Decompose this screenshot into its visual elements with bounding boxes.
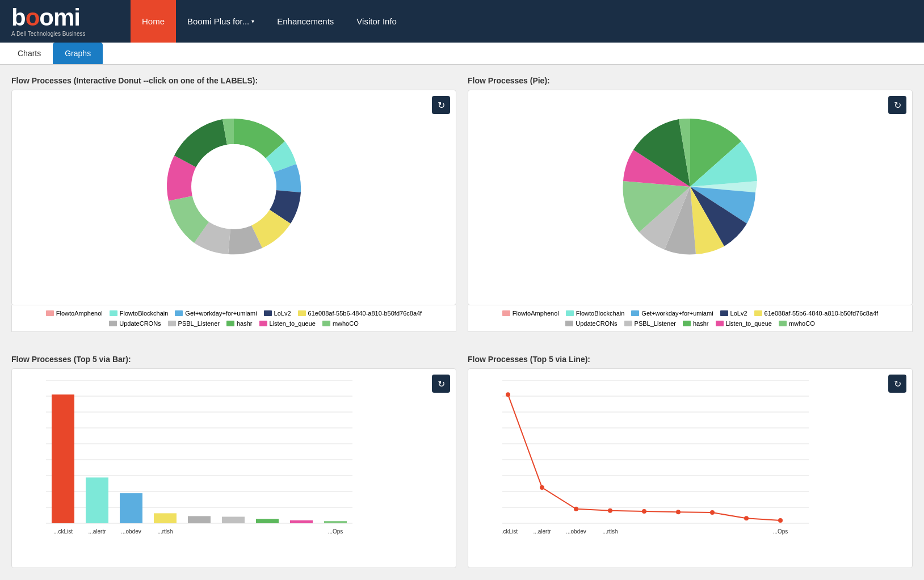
legend-item: LoLv2 bbox=[264, 310, 291, 317]
bar-refresh-button[interactable]: ↻ bbox=[432, 375, 450, 393]
svg-rect-21 bbox=[52, 394, 74, 523]
legend-item: FlowtoAmphenol bbox=[46, 310, 103, 317]
bar-chart-section: Flow Processes (Top 5 via Bar): ↻ bbox=[11, 355, 456, 568]
svg-point-59 bbox=[642, 509, 646, 514]
svg-point-55 bbox=[506, 392, 510, 397]
donut-legend: FlowtoAmphenol FlowtoBlockchain Get+work… bbox=[11, 305, 456, 332]
legend-item: FlowtoBlockchain bbox=[110, 310, 169, 317]
legend-item: FlowtoBlockchain bbox=[566, 310, 625, 317]
svg-rect-23 bbox=[86, 477, 108, 523]
legend-color bbox=[624, 321, 632, 326]
nav-item-enhancements[interactable]: Enhancements bbox=[266, 0, 345, 43]
tab-charts[interactable]: Charts bbox=[6, 43, 53, 64]
legend-item: UpdateCRONs bbox=[109, 320, 161, 327]
nav-item-boomi-plus[interactable]: Boomi Plus for... ▾ bbox=[176, 0, 266, 43]
legend-color bbox=[226, 321, 234, 326]
logo-text: boomi bbox=[11, 6, 119, 30]
bar-title: Flow Processes (Top 5 via Bar): bbox=[11, 355, 456, 364]
donut-chart-section: Flow Processes (Interactive Donut --clic… bbox=[11, 76, 456, 332]
svg-point-63 bbox=[778, 518, 783, 523]
svg-text:...obdev: ...obdev bbox=[566, 528, 586, 535]
svg-point-0 bbox=[191, 144, 276, 229]
svg-point-61 bbox=[710, 510, 715, 515]
svg-rect-25 bbox=[120, 493, 142, 523]
svg-text:...ckList: ...ckList bbox=[53, 528, 73, 535]
legend-item: FlowtoAmphenol bbox=[502, 310, 559, 317]
legend-item: Get+workday+for+umiami bbox=[175, 310, 257, 317]
legend-color bbox=[298, 310, 306, 316]
legend-item: 61e088af-55b6-4840-a810-b50fd76c8a4f bbox=[754, 310, 879, 317]
pie-chart-section: Flow Processes (Pie): ↻ bbox=[468, 76, 913, 332]
bar-chart-inner: 10000 9000 8000 7000 6000 5000 4000 3000… bbox=[18, 375, 450, 539]
donut-svg-container bbox=[18, 96, 450, 278]
svg-rect-32 bbox=[290, 520, 313, 523]
svg-rect-27 bbox=[154, 513, 177, 523]
svg-point-62 bbox=[744, 516, 749, 520]
line-title: Flow Processes (Top 5 via Line): bbox=[468, 355, 913, 364]
legend-item: 61e088af-55b6-4840-a810-b50fd76c8a4f bbox=[298, 310, 422, 317]
donut-refresh-button[interactable]: ↻ bbox=[432, 96, 450, 114]
legend-color bbox=[720, 310, 728, 316]
nav-item-home[interactable]: Home bbox=[131, 0, 176, 43]
legend-color bbox=[683, 321, 691, 326]
tab-bar: Charts Graphs bbox=[0, 43, 924, 65]
svg-text:...alertr: ...alertr bbox=[88, 528, 106, 535]
dropdown-arrow: ▾ bbox=[251, 18, 254, 24]
line-chart-box: ↻ 10000 bbox=[468, 368, 913, 568]
bar-svg: 10000 9000 8000 7000 6000 5000 4000 3000… bbox=[46, 380, 364, 539]
legend-color bbox=[779, 321, 787, 326]
svg-text:...alertr: ...alertr bbox=[533, 528, 551, 535]
logo-subtitle: A Dell Technologies Business bbox=[11, 31, 119, 37]
pie-svg bbox=[599, 102, 781, 272]
svg-point-58 bbox=[608, 508, 612, 513]
pie-svg-container bbox=[474, 96, 906, 278]
logo-area: boomi A Dell Technologies Business bbox=[0, 0, 131, 43]
main-content: Flow Processes (Interactive Donut --clic… bbox=[0, 65, 924, 580]
svg-rect-30 bbox=[222, 517, 245, 524]
bar-chart-box: ↻ 10000 bbox=[11, 368, 456, 568]
legend-item: Listen_to_queue bbox=[716, 320, 772, 327]
svg-text:...ckList: ...ckList bbox=[502, 528, 518, 535]
svg-rect-31 bbox=[256, 519, 279, 523]
legend-color bbox=[168, 321, 176, 326]
svg-point-57 bbox=[574, 507, 578, 511]
svg-point-60 bbox=[676, 510, 681, 514]
legend-color bbox=[322, 321, 330, 326]
legend-item: Get+workday+for+umiami bbox=[631, 310, 713, 317]
legend-color bbox=[565, 321, 573, 326]
pie-chart-box: ↻ bbox=[468, 90, 913, 305]
legend-item: Listen_to_queue bbox=[259, 320, 316, 327]
line-chart-section: Flow Processes (Top 5 via Line): ↻ bbox=[468, 355, 913, 568]
svg-text:...rtlsh: ...rtlsh bbox=[602, 528, 618, 535]
svg-text:...rtlsh: ...rtlsh bbox=[157, 528, 173, 535]
legend-item: LoLv2 bbox=[720, 310, 747, 317]
nav-item-visitor-info[interactable]: Visitor Info bbox=[345, 0, 408, 43]
pie-legend: FlowtoAmphenol FlowtoBlockchain Get+work… bbox=[468, 305, 913, 332]
tab-graphs[interactable]: Graphs bbox=[53, 43, 103, 64]
legend-color bbox=[566, 310, 574, 316]
legend-color bbox=[110, 310, 117, 316]
legend-color bbox=[502, 310, 510, 316]
legend-color bbox=[631, 310, 639, 316]
legend-item: hashr bbox=[683, 320, 709, 327]
svg-rect-29 bbox=[188, 516, 211, 523]
legend-color bbox=[109, 321, 117, 326]
legend-item: PSBL_Listener bbox=[168, 320, 220, 327]
line-refresh-button[interactable]: ↻ bbox=[888, 375, 906, 393]
svg-text:...Ops: ...Ops bbox=[328, 528, 343, 535]
legend-color bbox=[264, 310, 272, 316]
nav-items: Home Boomi Plus for... ▾ Enhancements Vi… bbox=[131, 0, 408, 43]
pie-refresh-button[interactable]: ↻ bbox=[888, 96, 906, 114]
svg-point-56 bbox=[540, 485, 544, 490]
line-chart-inner: 10000 9000 8000 7000 6000 5000 4000 3000… bbox=[474, 375, 906, 539]
legend-item: mwhoCO bbox=[779, 320, 815, 327]
legend-item: UpdateCRONs bbox=[565, 320, 617, 327]
legend-item: mwhoCO bbox=[322, 320, 359, 327]
donut-svg bbox=[143, 102, 325, 272]
legend-color bbox=[46, 310, 54, 316]
charts-grid: Flow Processes (Interactive Donut --clic… bbox=[11, 76, 913, 579]
legend-color bbox=[716, 321, 724, 326]
svg-rect-33 bbox=[324, 521, 347, 523]
svg-text:...Ops: ...Ops bbox=[773, 528, 788, 535]
line-svg: 10000 9000 8000 7000 6000 5000 4000 3000… bbox=[502, 380, 820, 539]
